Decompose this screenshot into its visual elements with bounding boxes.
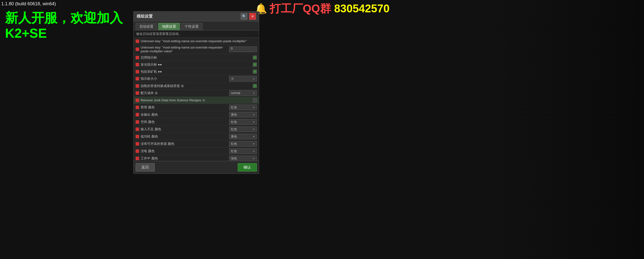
setting-row-s11: 全输出 颜色黄色▼	[134, 111, 259, 118]
setting-icon-s8	[136, 91, 139, 95]
info-dot-s9[interactable]: i	[202, 99, 205, 102]
setting-row-s3: 启用指示标	[134, 54, 259, 61]
setting-label-s15: 没有可开采的资源 颜色	[141, 142, 229, 146]
left-overlay: 新人开服，欢迎加入 K2+SE	[5, 10, 123, 41]
checkbox-s9[interactable]	[253, 98, 257, 102]
top-banner: 🔔 打工厂QQ群 830542570	[250, 0, 395, 17]
new-server-line1: 新人开服，欢迎加入	[5, 10, 123, 26]
setting-row-s13: 输入不足 颜色红色▼	[134, 126, 259, 133]
setting-icon-s15	[136, 142, 139, 146]
setting-control-s14[interactable]: 黄色▼	[229, 134, 257, 139]
setting-label-s6: 指示标大小	[141, 76, 229, 81]
checkbox-s4[interactable]	[253, 63, 257, 67]
setting-row-s1: Unknown key: "mod-setting-name.ssi-overr…	[134, 38, 259, 45]
setting-control-s6[interactable]: 小▼	[229, 76, 257, 81]
setting-label-s2: Unknown key: "mod-setting-name.ssi-overr…	[141, 46, 229, 53]
setting-control-s17[interactable]: 绿色▼	[229, 156, 257, 161]
setting-control-s8[interactable]: normal▼	[229, 90, 257, 96]
setting-row-s15: 没有可开采的资源 颜色红色▼	[134, 140, 259, 148]
setting-control-s9[interactable]	[253, 98, 257, 102]
dropdown-s10[interactable]: 红色▼	[229, 105, 257, 110]
setting-icon-s3	[136, 56, 139, 59]
info-dot-s7[interactable]: i	[181, 84, 184, 88]
dropdown-s17[interactable]: 绿色▼	[229, 156, 257, 161]
setting-label-s8: 配方成本i	[141, 91, 229, 95]
tab-2[interactable]: 个性设置	[181, 23, 203, 30]
dropdown-s16[interactable]: 红色▼	[229, 148, 257, 154]
setting-icon-s13	[136, 127, 139, 131]
banner-text: 打工厂QQ群 830542570	[270, 1, 390, 16]
setting-icon-s17	[136, 157, 139, 160]
game-right-decoration	[493, 0, 644, 259]
dropdown-s11[interactable]: 黄色▼	[229, 112, 257, 117]
setting-icon-s6	[136, 77, 139, 80]
tab-1[interactable]: 地图设置	[158, 23, 180, 30]
back-button[interactable]: 返回	[136, 163, 155, 171]
dialog-close-button[interactable]: ✕	[249, 13, 256, 20]
setting-label-s3: 启用指示标	[141, 55, 253, 60]
setting-icon-s2	[136, 48, 139, 51]
dialog-search-button[interactable]: 🔍	[241, 13, 247, 20]
setting-icon-s12	[136, 120, 139, 124]
setting-row-s5: 包括采矿机 ●●	[134, 68, 259, 75]
setting-control-s7[interactable]	[253, 84, 257, 88]
setting-control-s4[interactable]	[253, 63, 257, 67]
checkbox-s7[interactable]	[253, 84, 257, 88]
text-input-s2[interactable]: 0	[229, 47, 257, 52]
setting-row-s17: 工作中 颜色绿色▼	[134, 155, 259, 161]
setting-control-s10[interactable]: 红色▼	[229, 105, 257, 110]
setting-control-s3[interactable]	[253, 56, 257, 60]
setting-row-s12: 空闲 颜色红色▼	[134, 118, 259, 126]
setting-icon-s1	[136, 39, 139, 43]
setting-label-s13: 输入不足 颜色	[141, 127, 229, 132]
setting-control-s13[interactable]: 红色▼	[229, 126, 257, 132]
banner-qq: 830542570	[334, 2, 389, 15]
setting-row-s4: 发光指示标 ●●	[134, 61, 259, 68]
settings-list[interactable]: Unknown key: "mod-setting-name.ssi-overr…	[134, 38, 259, 161]
setting-row-s7: 抬取的管道转换成基础管道i	[134, 82, 259, 90]
setting-control-s16[interactable]: 红色▼	[229, 148, 257, 154]
dropdown-s15[interactable]: 红色▼	[229, 141, 257, 147]
dropdown-s12[interactable]: 红色▼	[229, 119, 257, 125]
checkbox-s5[interactable]	[253, 70, 257, 74]
setting-icon-s5	[136, 70, 139, 73]
banner-chinese: 打工厂QQ群	[270, 2, 331, 15]
setting-row-s6: 指示标大小小▼	[134, 75, 259, 82]
setting-row-s16: 没电 颜色红色▼	[134, 148, 259, 155]
confirm-button[interactable]: 确认	[238, 163, 257, 171]
setting-control-s2[interactable]: 0	[229, 47, 257, 52]
setting-row-s8: 配方成本inormal▼	[134, 90, 259, 97]
setting-control-s11[interactable]: 黄色▼	[229, 112, 257, 117]
setting-row-s9: Remove Junk Data from Science Recipesi	[134, 97, 259, 104]
setting-label-s1: Unknown key: "mod-setting-name.ssi-overr…	[141, 39, 257, 43]
setting-label-s14: 低功耗 颜色	[141, 134, 229, 139]
setting-label-s9: Remove Junk Data from Science Recipesi	[141, 98, 253, 102]
setting-icon-s11	[136, 113, 139, 116]
dropdown-s8[interactable]: normal▼	[229, 90, 257, 96]
setting-row-s2: Unknown key: "mod-setting-name.ssi-overr…	[134, 45, 259, 54]
info-dot-s8[interactable]: i	[155, 92, 158, 95]
setting-control-s12[interactable]: 红色▼	[229, 119, 257, 125]
setting-label-s5: 包括采矿机 ●●	[141, 69, 253, 74]
setting-label-s11: 全输出 颜色	[141, 112, 229, 117]
tab-0[interactable]: 启动设置	[136, 23, 157, 30]
setting-label-s16: 没电 颜色	[141, 149, 229, 153]
tabs-container: 启动设置地图设置个性设置	[134, 21, 259, 30]
setting-icon-s10	[136, 106, 139, 109]
info-bar: 修改启动设置项需要重启游戏。	[134, 30, 259, 38]
setting-label-s10: 禁用 颜色	[141, 105, 229, 110]
dialog-title-bar: 模组设置 🔍 ✕	[134, 12, 259, 21]
setting-row-s10: 禁用 颜色红色▼	[134, 104, 259, 111]
dropdown-s14[interactable]: 黄色▼	[229, 134, 257, 139]
setting-icon-s16	[136, 149, 139, 153]
setting-icon-s7	[136, 84, 139, 88]
dropdown-s6[interactable]: 小▼	[229, 76, 257, 81]
checkbox-s3[interactable]	[253, 56, 257, 60]
setting-label-s12: 空闲 颜色	[141, 120, 229, 124]
setting-control-s15[interactable]: 红色▼	[229, 141, 257, 147]
setting-icon-s14	[136, 135, 139, 138]
version-text: 1.1.80 (build 60618, win64)	[1, 1, 56, 7]
dropdown-s13[interactable]: 红色▼	[229, 126, 257, 132]
setting-control-s5[interactable]	[253, 70, 257, 74]
dialog-title: 模组设置	[137, 14, 153, 19]
